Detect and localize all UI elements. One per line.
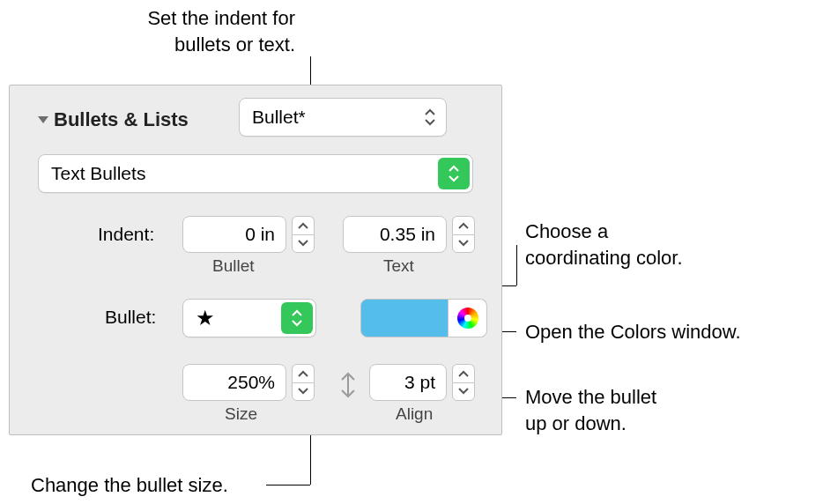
bullet-type-popup[interactable]: Text Bullets (38, 154, 473, 193)
bullet-color-controls (360, 299, 487, 337)
vertical-resize-icon[interactable] (337, 369, 359, 401)
callout-align: Move the bullet up or down. (525, 384, 737, 436)
color-swatch[interactable] (360, 299, 449, 337)
chevrons-icon (423, 107, 437, 127)
text-indent-stepper[interactable] (452, 216, 475, 253)
stepper-up[interactable] (452, 216, 475, 234)
stepper-down[interactable] (452, 234, 475, 254)
stepper-up[interactable] (452, 364, 475, 382)
bullet-indent-stepper[interactable] (292, 216, 315, 253)
list-style-popup[interactable]: Bullet* (239, 98, 447, 137)
indent-label: Indent: (98, 224, 154, 245)
size-sublabel: Size (225, 404, 257, 424)
stepper-down[interactable] (292, 234, 315, 254)
bullets-lists-panel: Bullets & Lists Bullet* Text Bullets Ind… (9, 85, 502, 435)
color-wheel-button[interactable] (449, 299, 487, 337)
bullet-label: Bullet: (105, 307, 156, 328)
callout-size: Change the bullet size. (31, 472, 228, 499)
disclosure-triangle-icon[interactable] (38, 116, 48, 123)
leader-line (516, 245, 517, 285)
bullet-indent-sublabel: Bullet (212, 256, 255, 276)
section-title: Bullets & Lists (54, 108, 189, 131)
bullet-size-stepper[interactable] (292, 364, 315, 401)
text-indent-sublabel: Text (383, 256, 414, 276)
leader-line (266, 485, 310, 485)
popup-arrow-cap (438, 158, 470, 189)
callout-color-swatch: Choose a coordinating color. (525, 219, 816, 271)
bullet-align-field[interactable]: 3 pt (369, 364, 447, 401)
color-wheel-icon (457, 308, 478, 329)
bullet-indent-field[interactable]: 0 in (182, 216, 286, 253)
bullet-character-popup[interactable]: ★ (182, 299, 316, 337)
stepper-down[interactable] (292, 382, 315, 402)
stepper-up[interactable] (292, 364, 315, 382)
stepper-up[interactable] (292, 216, 315, 234)
callout-color-wheel: Open the Colors window. (525, 319, 741, 345)
callout-indent: Set the indent for bullets or text. (66, 5, 295, 57)
stepper-down[interactable] (452, 382, 475, 402)
align-sublabel: Align (396, 404, 433, 424)
bullet-type-value: Text Bullets (51, 163, 145, 184)
popup-arrow-cap (281, 302, 313, 334)
section-header[interactable]: Bullets & Lists (38, 108, 189, 131)
bullet-align-stepper[interactable] (452, 364, 475, 401)
bullet-size-field[interactable]: 250% (182, 364, 286, 401)
star-icon: ★ (196, 308, 215, 329)
list-style-value: Bullet* (252, 107, 306, 128)
text-indent-field[interactable]: 0.35 in (343, 216, 447, 253)
